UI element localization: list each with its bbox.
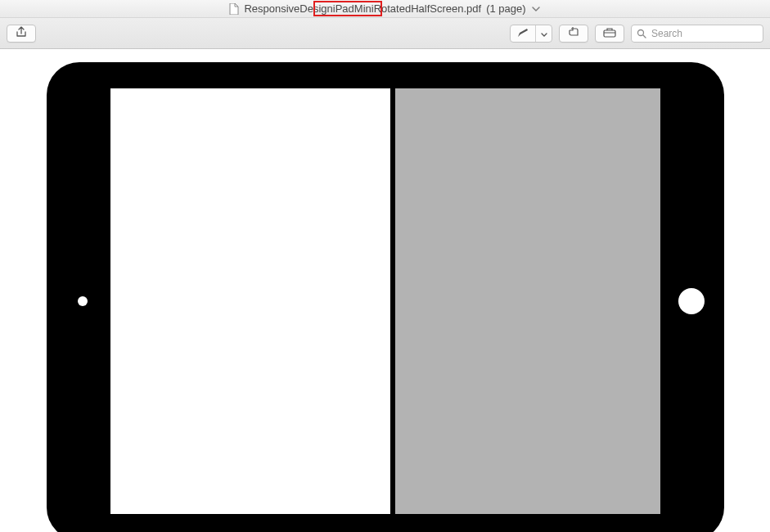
rotate-button[interactable] — [559, 25, 588, 43]
pencil-icon — [517, 26, 529, 41]
chevron-down-icon — [541, 26, 547, 41]
ipad-frame — [47, 62, 724, 532]
window-titlebar: ResponsiveDesigniPadMiniRotatedHalfScree… — [0, 0, 770, 18]
toolbox-button[interactable] — [595, 25, 624, 43]
window-title-page-count: (1 page) — [486, 2, 525, 15]
ipad-right-pane — [395, 88, 660, 514]
svg-rect-0 — [604, 30, 615, 37]
search-input[interactable] — [651, 28, 758, 39]
toolbar — [0, 18, 770, 49]
share-icon — [16, 26, 27, 41]
svg-point-1 — [638, 29, 644, 35]
toolbox-icon — [603, 26, 616, 41]
title-wrap: ResponsiveDesigniPadMiniRotatedHalfScree… — [229, 2, 540, 15]
markup-dropdown-button[interactable] — [535, 25, 552, 42]
search-icon — [637, 29, 646, 38]
rotate-icon — [568, 26, 579, 41]
markup-button[interactable] — [511, 25, 535, 42]
share-button[interactable] — [7, 25, 36, 43]
markup-segmented-control — [510, 25, 552, 43]
ipad-camera-dot — [78, 296, 88, 306]
document-viewport[interactable] — [0, 49, 770, 532]
ipad-screen — [110, 88, 660, 514]
ipad-left-pane — [110, 88, 391, 514]
window-title-filename: ResponsiveDesigniPadMiniRotatedHalfScree… — [244, 2, 481, 15]
document-icon — [229, 3, 239, 15]
title-disclosure-icon[interactable] — [531, 7, 541, 11]
ipad-home-button — [678, 288, 705, 314]
search-field[interactable] — [631, 25, 763, 43]
